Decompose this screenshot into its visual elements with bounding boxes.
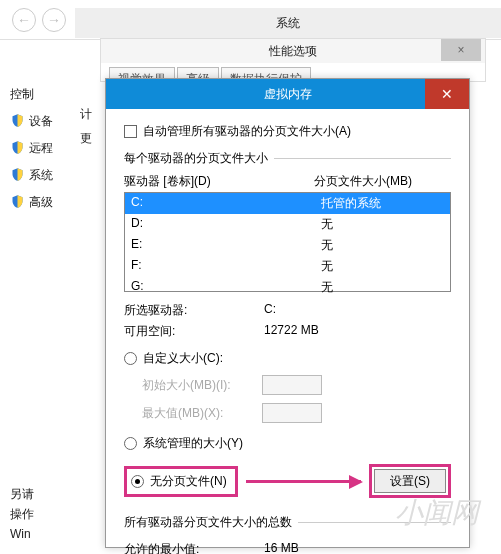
sidebar-item-system[interactable]: 系统 — [10, 167, 65, 184]
sidebar-item-label: 系统 — [29, 167, 53, 184]
close-button[interactable]: ✕ — [425, 79, 469, 109]
footer-line: 操作 — [10, 504, 34, 524]
auto-manage-label: 自动管理所有驱动器的分页文件大小(A) — [143, 123, 351, 140]
no-paging-file-highlight: 无分页文件(N) — [124, 466, 238, 497]
shield-icon — [10, 113, 25, 130]
max-size-label: 最大值(MB)(X): — [142, 405, 262, 422]
radio-system-label: 系统管理的大小(Y) — [143, 435, 243, 452]
max-size-input[interactable] — [262, 403, 322, 423]
sidebar-item-label: 远程 — [29, 140, 53, 157]
col-drive: 驱动器 [卷标](D) — [124, 173, 314, 190]
set-button[interactable]: 设置(S) — [374, 469, 446, 493]
allowed-min-value: 16 MB — [264, 541, 451, 554]
initial-size-input[interactable] — [262, 375, 322, 395]
col-size: 分页文件大小(MB) — [314, 173, 451, 190]
drive-row[interactable]: F:无 — [125, 256, 450, 277]
performance-options-window: 性能选项 × 视觉效果 高级 数据执行保护 — [100, 38, 486, 82]
sidebar-item-remote[interactable]: 远程 — [10, 140, 65, 157]
partial-text-change: 更 — [80, 130, 92, 147]
group-each-drive: 每个驱动器的分页文件大小 — [124, 150, 451, 167]
virtual-memory-dialog: 虚拟内存 ✕ 自动管理所有驱动器的分页文件大小(A) 每个驱动器的分页文件大小 … — [105, 78, 470, 548]
system-window-title: 系统 — [75, 8, 501, 38]
totals-group-label: 所有驱动器分页文件大小的总数 — [124, 514, 451, 531]
footer-line: 另请 — [10, 484, 34, 504]
annotation-arrow-icon — [246, 480, 361, 483]
shield-icon — [10, 194, 25, 211]
back-icon[interactable]: ← — [12, 8, 36, 32]
radio-custom-label: 自定义大小(C): — [143, 350, 223, 367]
allowed-min-label: 允许的最小值: — [124, 541, 264, 554]
partial-text-computer: 计 — [80, 106, 92, 123]
set-button-highlight: 设置(S) — [369, 464, 451, 498]
sidebar-item-advanced[interactable]: 高级 — [10, 194, 65, 211]
sidebar-item-device[interactable]: 设备 — [10, 113, 65, 130]
drive-row[interactable]: E:无 — [125, 235, 450, 256]
selected-drive-value: C: — [264, 302, 451, 319]
radio-custom-size[interactable] — [124, 352, 137, 365]
dialog-title: 虚拟内存 ✕ — [106, 79, 469, 109]
performance-options-title: 性能选项 — [101, 39, 485, 63]
available-space-value: 12722 MB — [264, 323, 451, 340]
drive-list[interactable]: C:托管的系统 D:无 E:无 F:无 G:无 — [124, 192, 451, 292]
forward-icon[interactable]: → — [42, 8, 66, 32]
footer-line: Win — [10, 524, 34, 544]
radio-no-paging-label: 无分页文件(N) — [150, 473, 227, 490]
drive-row[interactable]: C:托管的系统 — [125, 193, 450, 214]
available-space-label: 可用空间: — [124, 323, 264, 340]
sidebar-item-label: 设备 — [29, 113, 53, 130]
initial-size-label: 初始大小(MB)(I): — [142, 377, 262, 394]
radio-system-managed[interactable] — [124, 437, 137, 450]
sidebar-item-label: 高级 — [29, 194, 53, 211]
shield-icon — [10, 140, 25, 157]
shield-icon — [10, 167, 25, 184]
drive-row[interactable]: D:无 — [125, 214, 450, 235]
drive-row[interactable]: G:无 — [125, 277, 450, 298]
selected-drive-label: 所选驱动器: — [124, 302, 264, 319]
radio-no-paging-file[interactable] — [131, 475, 144, 488]
dialog-title-text: 虚拟内存 — [264, 86, 312, 103]
auto-manage-checkbox[interactable] — [124, 125, 137, 138]
close-icon[interactable]: × — [441, 39, 481, 61]
control-panel-label: 控制 — [10, 86, 65, 103]
